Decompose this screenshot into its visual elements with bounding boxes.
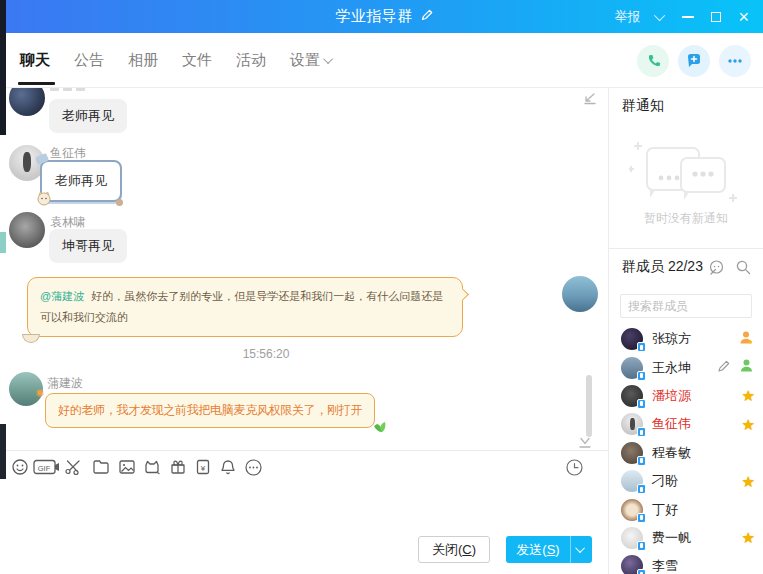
message-list: 老师再见 鱼征伟 老师再见 袁林啸 坤哥再见 @蒲建波 好的，虽然你去了别的专业…: [6, 88, 608, 450]
divider: [609, 248, 763, 249]
member-search-input[interactable]: [621, 295, 751, 317]
clipped-sender-name: [63, 88, 72, 91]
ellipsis-icon: [726, 52, 744, 70]
sticker-bag-button[interactable]: [143, 458, 161, 480]
group-admin-badge-icon: [738, 357, 755, 378]
mobile-online-badge: [637, 541, 646, 551]
member-name: 刁盼: [652, 472, 678, 490]
self-avatar[interactable]: [562, 276, 598, 312]
message-history-clock-button[interactable]: [565, 458, 584, 481]
member-avatar: [621, 357, 643, 379]
report-dropdown-icon[interactable]: [654, 9, 665, 20]
group-title: 学业指导群: [335, 7, 413, 26]
chevron-down-icon: [323, 54, 333, 64]
active-tab-indicator: [18, 82, 55, 85]
empty-notice-illustration: [629, 140, 743, 212]
mute-members-icon[interactable]: [708, 259, 725, 280]
edit-card-pencil-icon[interactable]: [717, 358, 732, 377]
send-label: 发送(: [516, 541, 546, 559]
group-notice-title: 群通知: [622, 97, 664, 115]
cat-ornament-icon: [36, 190, 52, 209]
member-avatar: [621, 413, 643, 435]
send-button[interactable]: 发送(S): [506, 536, 592, 563]
sidebar: 群通知 暂时没有新通知 群成员 22/23: [609, 88, 763, 574]
member-row[interactable]: 刁盼 ★: [609, 467, 763, 495]
member-row[interactable]: 丁好: [609, 495, 763, 523]
member-name: 张琼方: [652, 330, 691, 348]
message-bubble[interactable]: 坤哥再见: [49, 229, 127, 263]
chat-scrollbar[interactable]: [586, 375, 592, 437]
chevron-down-icon: [575, 543, 585, 553]
member-row[interactable]: 程春敏: [609, 439, 763, 467]
clipped-sender-name: [50, 88, 59, 91]
send-image-button[interactable]: [118, 458, 136, 480]
sender-name: 蒲建波: [47, 375, 83, 392]
tabbar: 聊天 公告 相册 文件 活动 设置: [6, 33, 763, 88]
chat-plus-icon: [685, 52, 703, 70]
screenshot-scissors-button[interactable]: [64, 458, 82, 480]
member-row[interactable]: 潘培源 ★: [609, 382, 763, 410]
scroll-to-top-button[interactable]: [582, 91, 598, 111]
message-bubble[interactable]: 好的老师，我才发现之前我把电脑麦克风权限关了，刚打开: [45, 393, 375, 428]
more-tools-button[interactable]: [244, 458, 263, 481]
member-avatar: [621, 470, 643, 492]
bubble-tail: [456, 288, 469, 301]
member-list: 张琼方 王永坤 潘培源 ★: [609, 325, 763, 574]
clipped-sender-name: [76, 88, 85, 91]
close-window-button[interactable]: ×: [738, 12, 749, 22]
tab-files[interactable]: 文件: [182, 51, 212, 70]
self-message-bubble[interactable]: @蒲建波 好的，虽然你去了别的专业，但是导学还是和我们一起，有什么问题还是可以和…: [27, 277, 463, 337]
member-name: 李雪: [652, 557, 678, 574]
styled-message-bubble[interactable]: 老师再见: [40, 160, 122, 202]
member-row[interactable]: 鱼征伟 ★: [609, 410, 763, 438]
timestamp: 15:56:20: [6, 347, 526, 361]
send-file-folder-button[interactable]: [92, 458, 110, 480]
scroll-to-bottom-button[interactable]: [577, 435, 593, 450]
member-row[interactable]: 费一帆 ★: [609, 524, 763, 552]
more-actions-button[interactable]: [719, 45, 751, 77]
mobile-online-badge: [637, 569, 646, 574]
mobile-online-badge: [637, 513, 646, 523]
minimize-button[interactable]: [682, 16, 694, 18]
tab-settings[interactable]: 设置: [290, 51, 333, 70]
member-avatar: [621, 499, 643, 521]
message-bubble[interactable]: 老师再见: [49, 99, 127, 133]
edit-title-icon[interactable]: [420, 8, 434, 26]
message-text: 好的老师，我才发现之前我把电脑麦克风权限关了，刚打开: [58, 403, 362, 417]
group-members-header: 群成员 22/23: [622, 258, 703, 276]
create-chat-button[interactable]: [678, 45, 710, 77]
composer-toolbar: GIF ¥: [6, 450, 608, 482]
gift-button[interactable]: [169, 458, 187, 480]
tab-chat[interactable]: 聊天: [20, 51, 50, 70]
member-search-box[interactable]: [620, 294, 752, 318]
emoji-button[interactable]: [11, 458, 29, 480]
notification-bell-button[interactable]: [219, 458, 237, 480]
gif-hot-pics-button[interactable]: GIF: [33, 458, 59, 480]
member-name: 丁好: [652, 501, 678, 519]
mention-link[interactable]: @蒲建波: [40, 290, 84, 302]
tab-activity[interactable]: 活动: [236, 51, 266, 70]
close-hotkey: C: [462, 542, 471, 557]
search-members-icon[interactable]: [735, 259, 752, 280]
red-packet-button[interactable]: ¥: [194, 458, 212, 480]
send-options-dropdown[interactable]: [570, 536, 592, 563]
mobile-online-badge: [637, 342, 646, 352]
member-row[interactable]: 王永坤: [609, 353, 763, 381]
send-label-end: ): [555, 542, 559, 557]
phone-icon: [644, 52, 662, 70]
avatar[interactable]: [9, 212, 45, 248]
member-avatar: [621, 527, 643, 549]
voice-call-button[interactable]: [637, 45, 669, 77]
mobile-online-badge: [637, 456, 646, 466]
avatar[interactable]: [9, 88, 45, 116]
tab-announcement[interactable]: 公告: [74, 51, 104, 70]
tab-album[interactable]: 相册: [128, 51, 158, 70]
member-avatar: [621, 328, 643, 350]
close-chat-button[interactable]: 关闭(C): [418, 536, 490, 563]
member-row[interactable]: 张琼方: [609, 325, 763, 353]
message-input[interactable]: [6, 482, 608, 530]
member-row[interactable]: 李雪: [609, 552, 763, 574]
bubble-ornament: [116, 199, 123, 206]
report-button[interactable]: 举报: [614, 8, 640, 26]
maximize-button[interactable]: [711, 12, 721, 22]
